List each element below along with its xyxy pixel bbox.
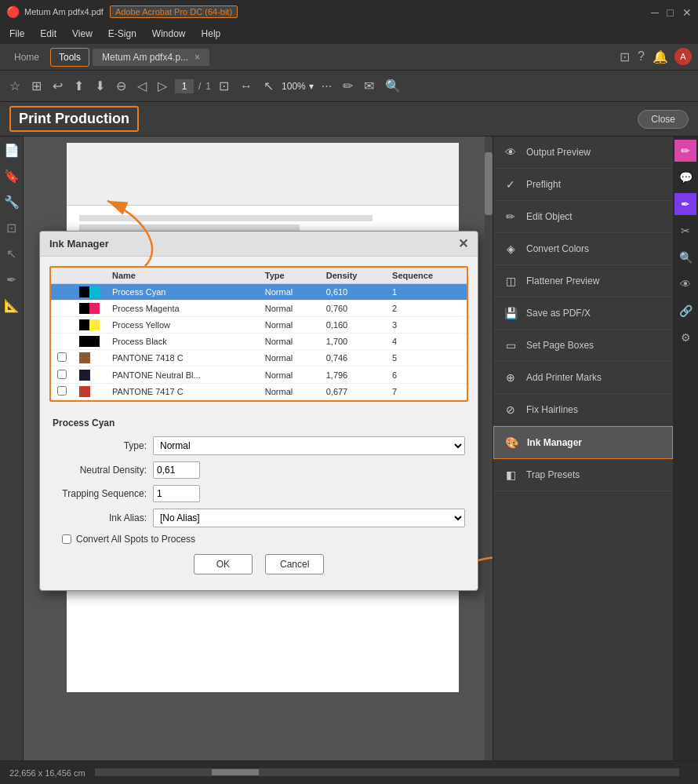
notification-icon[interactable]: 🔔: [651, 48, 670, 66]
left-icon-measure[interactable]: 📐: [4, 298, 20, 313]
trapping-sequence-label: Trapping Sequence:: [53, 488, 147, 499]
panel-trap-presets[interactable]: ◧ Trap Presets: [493, 459, 673, 491]
preflight-icon: ✓: [503, 177, 518, 192]
pages-tool[interactable]: ⊞: [28, 75, 45, 97]
undo-tool[interactable]: ↩: [49, 75, 66, 97]
vertical-scrollbar[interactable]: [485, 137, 493, 760]
restore-button[interactable]: □: [667, 7, 676, 16]
ink-table: Name Type Density Sequence Process CyanN…: [51, 268, 467, 400]
panel-ink-manager[interactable]: 🎨 Ink Manager: [493, 426, 673, 459]
far-right-strip: ✏ 💬 ✒ ✂ 🔍 👁 🔗 ⚙: [673, 137, 698, 760]
cancel-button[interactable]: Cancel: [265, 554, 324, 574]
far-right-icon-8[interactable]: ⚙: [674, 326, 696, 348]
ink-sequence-cell: 2: [386, 301, 467, 317]
scrollbar-thumb[interactable]: [485, 152, 493, 215]
left-icon-cursor[interactable]: ↖: [6, 246, 16, 261]
dialog-title-bar: Ink Manager ✕: [40, 232, 478, 257]
dialog-close-button[interactable]: ✕: [458, 236, 468, 251]
fit-page-tool[interactable]: ⊡: [216, 75, 232, 97]
far-right-icon-3[interactable]: ✒: [674, 193, 696, 215]
ink-table-row[interactable]: PANTONE 7417 CNormal0,6777: [51, 383, 467, 399]
panel-preflight[interactable]: ✓ Preflight: [493, 169, 673, 201]
next-view-tool[interactable]: ▷: [155, 75, 170, 97]
convert-spots-checkbox[interactable]: [62, 534, 71, 544]
ink-table-row[interactable]: Process YellowNormal0,1603: [51, 317, 467, 334]
ink-density-cell: 0,160: [320, 317, 386, 334]
fit-width-tool[interactable]: ↔: [237, 76, 256, 97]
panel-flattener-preview[interactable]: ◫ Flattener Preview: [493, 265, 673, 297]
ink-table-row[interactable]: PANTONE 7418 CNormal0,7465: [51, 350, 467, 366]
ink-table-row[interactable]: Process CyanNormal0,6101: [51, 284, 467, 301]
select-tool[interactable]: ↖: [260, 75, 277, 97]
close-tab-button[interactable]: ×: [194, 52, 200, 63]
markup-tool[interactable]: ✏: [340, 75, 356, 97]
trapping-sequence-input[interactable]: [153, 485, 200, 502]
ink-visibility-checkbox[interactable]: [57, 386, 67, 396]
minimize-button[interactable]: ─: [651, 7, 660, 16]
ink-visibility-checkbox[interactable]: [57, 370, 67, 379]
more-tools[interactable]: ···: [318, 76, 335, 97]
far-right-icon-4[interactable]: ✂: [674, 220, 696, 242]
left-icon-stamp[interactable]: ✒: [6, 272, 16, 287]
set-page-boxes-label: Set Page Boxes: [526, 340, 594, 351]
ink-alias-select[interactable]: [No Alias]: [153, 509, 465, 527]
share-tool[interactable]: ✉: [361, 75, 377, 97]
prev-page-tool[interactable]: ⬆: [71, 75, 87, 97]
far-right-icon-1[interactable]: ✏: [674, 140, 696, 162]
zoom-dropdown-icon[interactable]: ▾: [309, 81, 314, 92]
far-right-icon-7[interactable]: 🔗: [674, 300, 696, 322]
ink-table-row[interactable]: Process BlackNormal1,7004: [51, 334, 467, 350]
panel-edit-object[interactable]: ✏ Edit Object: [493, 201, 673, 233]
left-icon-document[interactable]: 📄: [4, 143, 20, 158]
toolbar: ☆ ⊞ ↩ ⬆ ⬇ ⊖ ◁ ▷ / 1 ⊡ ↔ ↖ 100% ▾ ··· ✏ ✉…: [0, 71, 698, 102]
far-right-icon-2[interactable]: 💬: [674, 166, 696, 188]
menu-help[interactable]: Help: [195, 27, 227, 41]
next-page-tool[interactable]: ⬇: [92, 75, 108, 97]
menu-window[interactable]: Window: [146, 27, 192, 41]
tab-file[interactable]: Metum Am pdfx4.p... ×: [93, 49, 209, 66]
left-icon-tools[interactable]: 🔧: [4, 195, 20, 210]
tab-tools[interactable]: Tools: [50, 48, 89, 67]
col-type: Type: [259, 268, 320, 284]
window-controls: ─ □ ✕: [651, 7, 692, 16]
col-density: Density: [320, 268, 386, 284]
menu-edit[interactable]: Edit: [34, 27, 63, 41]
left-icon-bookmark[interactable]: 🔖: [4, 169, 20, 184]
panel-convert-colors[interactable]: ◈ Convert Colors: [493, 233, 673, 265]
type-select[interactable]: Normal Transparent Opaque OpaqueIgnore: [153, 436, 465, 455]
tab-home[interactable]: Home: [6, 49, 47, 66]
close-print-production-button[interactable]: Close: [638, 110, 689, 129]
zoom-out-tool[interactable]: ⊖: [113, 75, 129, 97]
left-icon-layer[interactable]: ⊡: [6, 221, 16, 235]
search-tool[interactable]: 🔍: [382, 75, 404, 97]
menu-esign[interactable]: E-Sign: [102, 27, 143, 41]
neutral-density-input[interactable]: [153, 461, 200, 479]
ok-button[interactable]: OK: [194, 554, 253, 574]
panel-add-printer-marks[interactable]: ⊕ Add Printer Marks: [493, 362, 673, 394]
ink-table-row[interactable]: PANTONE Neutral Bl...Normal1,7966: [51, 366, 467, 383]
panel-fix-hairlines[interactable]: ⊘ Fix Hairlines: [493, 394, 673, 426]
ink-density-cell: 0,610: [320, 284, 386, 301]
ink-density-cell: 0,760: [320, 301, 386, 317]
menu-view[interactable]: View: [66, 27, 99, 41]
menu-file[interactable]: File: [3, 27, 31, 41]
fix-hairlines-label: Fix Hairlines: [526, 404, 578, 415]
tab-bar: Home Tools Metum Am pdfx4.p... × ⊡ ? 🔔 A: [0, 44, 698, 71]
page-number-input[interactable]: [175, 79, 194, 93]
prev-view-tool[interactable]: ◁: [134, 75, 150, 97]
help-icon[interactable]: ?: [636, 48, 646, 66]
send-icon[interactable]: ⊡: [618, 48, 631, 66]
bookmark-tool[interactable]: ☆: [6, 75, 24, 97]
account-icon[interactable]: A: [674, 48, 692, 65]
left-sidebar: 📄 🔖 🔧 ⊡ ↖ ✒ 📐: [0, 137, 24, 760]
ink-table-row[interactable]: Process MagentaNormal0,7602: [51, 301, 467, 317]
far-right-icon-6[interactable]: 👁: [674, 273, 696, 295]
panel-output-preview[interactable]: 👁 Output Preview: [493, 137, 673, 169]
ink-visibility-checkbox[interactable]: [57, 352, 67, 362]
ink-type-cell: Normal: [259, 383, 320, 399]
close-button[interactable]: ✕: [682, 7, 692, 16]
panel-save-pdfx[interactable]: 💾 Save as PDF/X: [493, 297, 673, 330]
trap-presets-icon: ◧: [503, 467, 518, 483]
panel-set-page-boxes[interactable]: ▭ Set Page Boxes: [493, 330, 673, 362]
far-right-icon-5[interactable]: 🔍: [674, 246, 696, 268]
